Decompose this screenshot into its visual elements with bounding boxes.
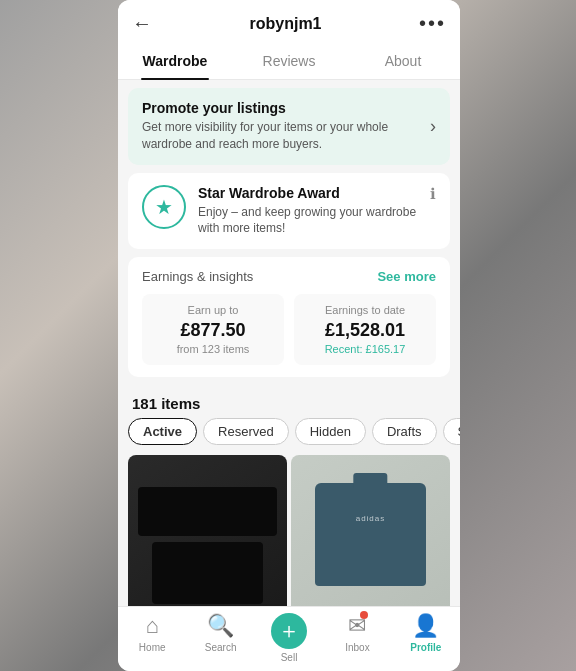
filter-active[interactable]: Active bbox=[128, 418, 197, 445]
bikini-top-shape bbox=[138, 487, 277, 536]
info-icon[interactable]: ℹ bbox=[430, 185, 436, 203]
search-label: Search bbox=[205, 642, 237, 653]
items-count: 181 items bbox=[118, 385, 460, 418]
earnings-header: Earnings & insights See more bbox=[142, 269, 436, 284]
sell-button-icon: ＋ bbox=[271, 613, 307, 649]
award-star-icon: ★ bbox=[142, 185, 186, 229]
promote-text: Promote your listings Get more visibilit… bbox=[142, 100, 430, 153]
nav-home[interactable]: ⌂ Home bbox=[118, 613, 186, 663]
items-grid bbox=[118, 455, 460, 606]
earn-up-to-from: from 123 items bbox=[154, 343, 272, 355]
profile-icon: 👤 bbox=[412, 613, 439, 639]
more-options-button[interactable]: ••• bbox=[419, 12, 446, 35]
award-title: Star Wardrobe Award bbox=[198, 185, 418, 201]
sell-label: Sell bbox=[281, 652, 298, 663]
back-button[interactable]: ← bbox=[132, 12, 152, 35]
nav-profile[interactable]: 👤 Profile bbox=[392, 613, 460, 663]
earn-up-to-amount: £877.50 bbox=[154, 320, 272, 341]
inbox-badge-dot bbox=[360, 611, 368, 619]
username-title: robynjm1 bbox=[249, 15, 321, 33]
home-icon: ⌂ bbox=[146, 613, 159, 639]
filter-pills: Active Reserved Hidden Drafts Sold bbox=[118, 418, 460, 455]
search-icon: 🔍 bbox=[207, 613, 234, 639]
see-more-button[interactable]: See more bbox=[377, 269, 436, 284]
item-thumbnail-bikini[interactable] bbox=[128, 455, 287, 606]
header: ← robynjm1 ••• bbox=[118, 0, 460, 43]
promote-banner[interactable]: Promote your listings Get more visibilit… bbox=[128, 88, 450, 165]
earnings-grid: Earn up to £877.50 from 123 items Earnin… bbox=[142, 294, 436, 365]
tab-wardrobe[interactable]: Wardrobe bbox=[118, 43, 232, 79]
inbox-label: Inbox bbox=[345, 642, 369, 653]
tab-about[interactable]: About bbox=[346, 43, 460, 79]
bikini-bottom-shape bbox=[152, 542, 263, 605]
tshirt-shape bbox=[315, 483, 426, 586]
earnings-label: Earnings & insights bbox=[142, 269, 253, 284]
item-thumbnail-tshirt[interactable] bbox=[291, 455, 450, 606]
nav-sell[interactable]: ＋ Sell bbox=[255, 613, 323, 663]
bottom-nav: ⌂ Home 🔍 Search ＋ Sell ✉ Inbox 👤 Profile bbox=[118, 606, 460, 671]
promote-description: Get more visibility for your items or yo… bbox=[142, 119, 430, 153]
promote-arrow-icon: › bbox=[430, 116, 436, 137]
filter-reserved[interactable]: Reserved bbox=[203, 418, 289, 445]
home-label: Home bbox=[139, 642, 166, 653]
recent-earnings: Recent: £165.17 bbox=[306, 343, 424, 355]
earn-up-to-card: Earn up to £877.50 from 123 items bbox=[142, 294, 284, 365]
earn-up-to-label: Earn up to bbox=[154, 304, 272, 316]
inbox-icon: ✉ bbox=[348, 613, 366, 639]
earnings-to-date-amount: £1,528.01 bbox=[306, 320, 424, 341]
phone-screen: ← robynjm1 ••• Wardrobe Reviews About Pr… bbox=[118, 0, 460, 671]
filter-hidden[interactable]: Hidden bbox=[295, 418, 366, 445]
tab-reviews[interactable]: Reviews bbox=[232, 43, 346, 79]
profile-label: Profile bbox=[410, 642, 441, 653]
earnings-to-date-card: Earnings to date £1,528.01 Recent: £165.… bbox=[294, 294, 436, 365]
award-description: Enjoy – and keep growing your wardrobe w… bbox=[198, 204, 418, 238]
filter-drafts[interactable]: Drafts bbox=[372, 418, 437, 445]
nav-search[interactable]: 🔍 Search bbox=[186, 613, 254, 663]
nav-inbox[interactable]: ✉ Inbox bbox=[323, 613, 391, 663]
star-award-card: ★ Star Wardrobe Award Enjoy – and keep g… bbox=[128, 173, 450, 250]
earnings-to-date-label: Earnings to date bbox=[306, 304, 424, 316]
filter-sold[interactable]: Sold bbox=[443, 418, 460, 445]
content-area: Promote your listings Get more visibilit… bbox=[118, 80, 460, 606]
promote-title: Promote your listings bbox=[142, 100, 430, 116]
award-text: Star Wardrobe Award Enjoy – and keep gro… bbox=[198, 185, 418, 238]
earnings-section: Earnings & insights See more Earn up to … bbox=[128, 257, 450, 377]
tabs-bar: Wardrobe Reviews About bbox=[118, 43, 460, 80]
